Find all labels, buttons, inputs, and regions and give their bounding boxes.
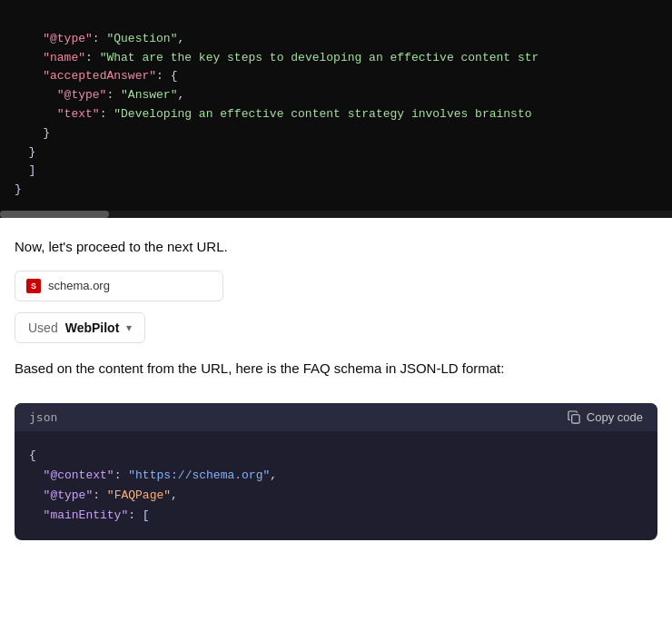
based-on-prose: Based on the content from the URL, here …: [15, 358, 657, 380]
used-label: Used: [28, 320, 58, 335]
used-webpilot-button[interactable]: Used WebPilot ▾: [15, 312, 145, 343]
webpilot-label: WebPilot: [65, 320, 120, 335]
scrollbar-thumb[interactable]: [0, 211, 109, 218]
schema-url-text: schema.org: [48, 279, 110, 292]
copy-icon: [568, 410, 581, 424]
scrollbar-track[interactable]: [0, 211, 672, 218]
bottom-code-block: json Copy code { "@context": "https://sc…: [15, 403, 657, 540]
code-content: { "@context": "https://schema.org", "@ty…: [15, 431, 657, 540]
copy-code-button[interactable]: Copy code: [568, 410, 643, 424]
code-lang-label: json: [29, 410, 57, 424]
chevron-down-icon: ▾: [126, 321, 132, 334]
next-url-prose: Now, let's proceed to the next URL.: [15, 236, 657, 258]
schema-favicon: S: [26, 279, 41, 293]
copy-code-label: Copy code: [587, 410, 643, 424]
code-block-header: json Copy code: [15, 403, 657, 431]
top-code-block: "@type": "Question", "name": "What are t…: [0, 0, 672, 211]
svg-rect-0: [572, 415, 579, 423]
schema-url-box: S schema.org: [15, 271, 223, 301]
